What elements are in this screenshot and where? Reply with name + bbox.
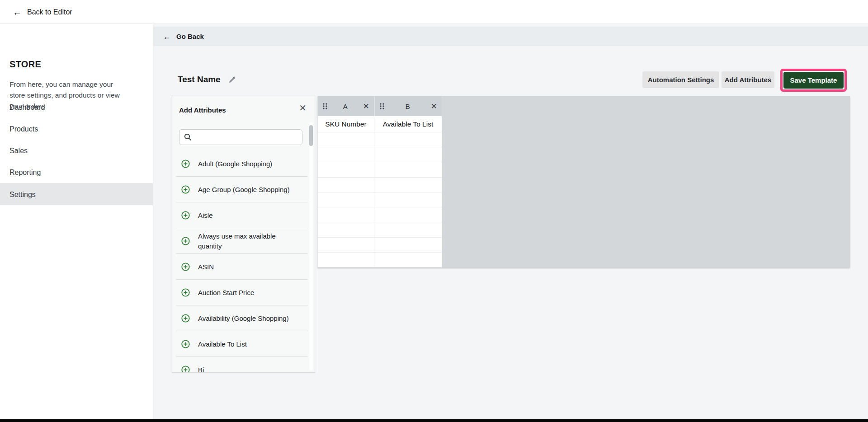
grid-row	[317, 253, 442, 267]
attribute-item[interactable]: Bi	[172, 357, 309, 373]
grid-cell[interactable]	[374, 253, 442, 267]
edit-name-icon[interactable]	[228, 75, 236, 84]
panel-close-icon[interactable]: ✕	[299, 103, 307, 113]
add-attribute-icon	[181, 237, 190, 245]
go-back-button[interactable]: ← Go Back	[163, 33, 204, 41]
attribute-item[interactable]: Adult (Google Shopping)	[172, 151, 309, 177]
grid-cell[interactable]	[317, 132, 374, 147]
grid-cell[interactable]	[374, 178, 442, 192]
screen-edge-bar	[0, 419, 868, 422]
attribute-search-input[interactable]	[195, 134, 297, 141]
attribute-item[interactable]: ASIN	[172, 254, 309, 280]
save-template-button[interactable]: Save Template	[783, 72, 844, 89]
grid-cell[interactable]	[317, 192, 374, 207]
grid-row	[317, 222, 442, 237]
attribute-item[interactable]: Available To List	[172, 331, 309, 357]
grid-cell[interactable]	[374, 162, 442, 177]
add-attribute-icon	[181, 314, 190, 323]
grid-body	[317, 132, 442, 267]
grid-cell[interactable]	[374, 207, 442, 222]
attribute-item[interactable]: Age Group (Google Shopping)	[172, 177, 309, 202]
drag-handle-icon[interactable]	[379, 103, 385, 110]
add-attribute-icon	[181, 366, 190, 373]
attribute-header-row: SKU Number Available To List	[317, 116, 442, 132]
grid-cell[interactable]	[374, 147, 442, 162]
sidebar-item-dashboard[interactable]: Dashboard	[0, 97, 153, 118]
grid-row	[317, 192, 442, 207]
main-content: ← Go Back Test Name Automation Settings …	[153, 24, 868, 419]
add-attribute-icon	[181, 340, 190, 348]
sidebar-item-settings[interactable]: Settings	[0, 183, 153, 205]
grid-cell[interactable]	[317, 238, 374, 253]
add-attribute-icon	[181, 288, 190, 297]
grid-cell[interactable]	[374, 238, 442, 253]
store-sidebar: STORE From here, you can manage your sto…	[0, 24, 153, 419]
back-to-editor-label: Back to Editor	[27, 8, 72, 16]
grid-row	[317, 207, 442, 222]
grid-row	[317, 178, 442, 192]
attribute-item[interactable]: Auction Start Price	[172, 280, 309, 305]
grid-row	[317, 132, 442, 147]
grid-cell[interactable]	[317, 178, 374, 192]
go-back-bar: ← Go Back	[153, 27, 868, 46]
add-attribute-icon	[181, 159, 190, 168]
grid-row	[317, 238, 442, 253]
column-header-b[interactable]: B ✕	[374, 96, 442, 116]
grid-cell[interactable]	[374, 222, 442, 237]
add-attribute-icon	[181, 263, 190, 271]
column-letter: A	[328, 103, 363, 110]
attribute-item[interactable]: Availability (Google Shopping)	[172, 305, 309, 331]
go-back-label: Go Back	[176, 33, 204, 40]
grid-row	[317, 162, 442, 177]
panel-scrollbar-track[interactable]	[309, 122, 313, 370]
attribute-list: Adult (Google Shopping) Age Group (Googl…	[172, 151, 309, 373]
grid-cell[interactable]	[374, 192, 442, 207]
add-attributes-button[interactable]: Add Attributes	[722, 71, 774, 88]
column-letter: B	[385, 103, 431, 110]
grid-cell[interactable]	[317, 253, 374, 267]
attributes-panel-header: Add Attributes ✕	[172, 95, 315, 120]
template-name: Test Name	[178, 75, 221, 84]
remove-column-icon[interactable]: ✕	[363, 103, 369, 110]
sidebar-item-sales[interactable]: Sales	[0, 140, 153, 162]
template-grid: A ✕ B ✕ SKU Number Available To List	[317, 96, 850, 267]
grid-cell[interactable]	[317, 207, 374, 222]
sidebar-item-products[interactable]: Products	[0, 118, 153, 140]
template-title-row: Test Name	[178, 75, 236, 84]
attributes-panel-title: Add Attributes	[179, 106, 226, 114]
sidebar-item-reporting[interactable]: Reporting	[0, 162, 153, 183]
go-back-arrow-icon: ←	[163, 33, 171, 41]
sidebar-nav: Dashboard Products Sales Reporting Setti…	[0, 97, 153, 205]
column-title-available-to-list: Available To List	[374, 116, 442, 132]
grid-cell[interactable]	[317, 147, 374, 162]
attribute-item[interactable]: Always use max available quantity	[172, 228, 309, 254]
back-arrow-icon: ←	[13, 8, 22, 17]
back-to-editor-button[interactable]: ← Back to Editor	[13, 0, 72, 24]
automation-settings-button[interactable]: Automation Settings	[642, 71, 719, 88]
column-title-sku-number: SKU Number	[317, 116, 374, 132]
remove-column-icon[interactable]: ✕	[431, 103, 437, 110]
store-title: STORE	[9, 59, 41, 70]
column-header-row: A ✕ B ✕	[317, 96, 442, 116]
column-header-a[interactable]: A ✕	[317, 96, 374, 116]
grid-cell[interactable]	[317, 222, 374, 237]
grid-row	[317, 147, 442, 162]
save-template-highlight: Save Template	[780, 69, 847, 92]
panel-scrollbar-thumb[interactable]	[309, 125, 313, 146]
add-attribute-icon	[181, 185, 190, 194]
search-icon	[184, 133, 192, 141]
attribute-search-box	[179, 129, 302, 145]
attributes-panel: Add Attributes ✕ Adult (Google Shopping)…	[172, 95, 315, 373]
grid-cell[interactable]	[317, 162, 374, 177]
attribute-item[interactable]: Aisle	[172, 202, 309, 228]
top-bar: ← Back to Editor	[0, 0, 868, 24]
grid-cell[interactable]	[374, 132, 442, 147]
add-attribute-icon	[181, 211, 190, 220]
drag-handle-icon[interactable]	[322, 103, 328, 110]
